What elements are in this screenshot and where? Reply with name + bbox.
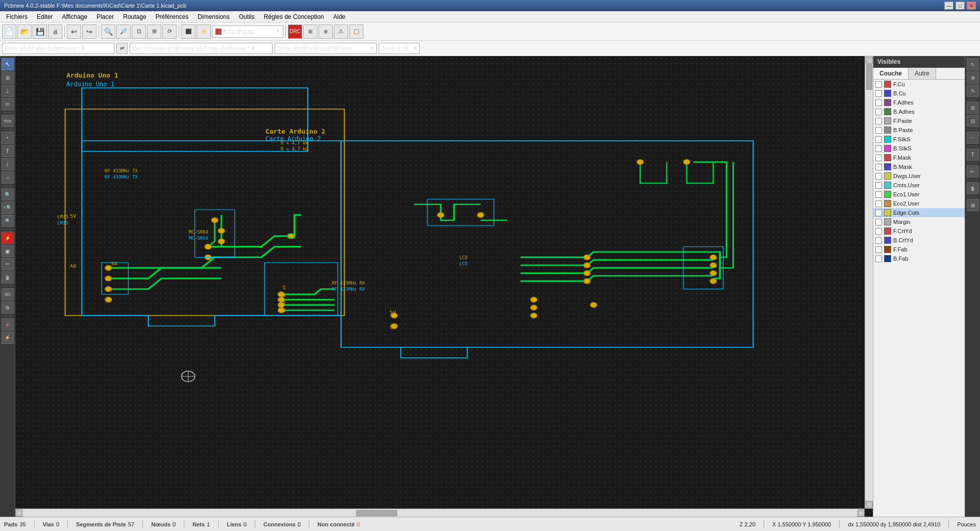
layer-check-0[interactable]: ✓ <box>875 81 882 88</box>
align-button[interactable]: ⊕ <box>318 24 333 39</box>
vertical-scrollbar[interactable]: ▲ ▼ <box>865 56 873 509</box>
print-button[interactable]: 🖨 <box>48 24 62 39</box>
tab-autre[interactable]: Autre <box>909 68 936 79</box>
menu-aide[interactable]: Aide <box>329 12 350 21</box>
menu-regles[interactable]: Règles de Conception <box>260 12 328 21</box>
zoom-out-button[interactable]: 🔎 <box>116 24 131 39</box>
save-button[interactable]: 💾 <box>33 24 47 39</box>
rt-tool9[interactable]: 🗑 <box>967 182 979 194</box>
layer-check-4[interactable]: ✓ <box>875 118 882 124</box>
minimize-button[interactable]: — <box>944 2 953 10</box>
layer-item-b-adhes[interactable]: ✓B.Adhes <box>873 107 965 116</box>
layer-dropdown[interactable]: F.Cu (PgUp) ▾ <box>212 26 283 38</box>
menu-routage[interactable]: Routage <box>119 12 150 21</box>
rt-tool6[interactable]: ~ <box>967 132 979 144</box>
layer-item-b-silks[interactable]: ✓B.SilkS <box>873 144 965 153</box>
3d-tool[interactable]: 3D <box>2 288 14 300</box>
layer-check-19[interactable]: ✓ <box>875 256 882 262</box>
via-field[interactable]: Via: 23,6 mils (0,60 mm)/ 15,7 mils (0,4… <box>130 43 273 54</box>
layer-item-f-mask[interactable]: ✓F.Mask <box>873 153 965 162</box>
layer-check-13[interactable]: ✓ <box>875 200 882 207</box>
layer-item-b-mask[interactable]: ✓B.Mask <box>873 162 965 171</box>
edit-footprint[interactable]: ⚡ <box>2 332 14 344</box>
text-tool[interactable]: T <box>2 145 14 157</box>
scroll-right-btn[interactable]: ► <box>857 510 865 517</box>
layer-check-16[interactable]: ✓ <box>875 228 882 235</box>
select-tool[interactable]: ↖ <box>2 58 14 70</box>
ratsnest-btn[interactable]: ⚡ <box>197 24 211 39</box>
scroll-down-btn[interactable]: ▼ <box>866 501 873 508</box>
layer-item-dwgs-user[interactable]: ✓Dwgs.User <box>873 171 965 181</box>
rt-tool7[interactable]: T <box>967 148 979 161</box>
layer-item-b-crtyd[interactable]: ✓B.CrtYd <box>873 236 965 245</box>
zoomout-tool[interactable]: -🔍 <box>2 215 14 227</box>
zoom-fit-button[interactable]: ⊡ <box>132 24 146 39</box>
layer-item-margin[interactable]: ✓Margin <box>873 217 965 226</box>
layer-item-f-cu[interactable]: ✓F.Cu <box>873 80 965 89</box>
zoom-dropdown[interactable]: Zoom 2,20 ▾ <box>379 43 420 54</box>
layer-item-edge-cuts[interactable]: ✓Edge.Cuts <box>873 208 965 217</box>
layer-check-18[interactable]: ✓ <box>875 246 882 253</box>
route-single-tool[interactable]: In <box>2 98 14 110</box>
rt-tool2[interactable]: ⊕ <box>967 71 979 84</box>
scroll-left-btn[interactable]: ◄ <box>15 510 22 517</box>
delete-tool[interactable]: 🗑 <box>2 271 14 284</box>
netlist-btn[interactable]: 📋 <box>349 24 363 39</box>
maximize-button[interactable]: □ <box>955 2 965 10</box>
menu-outils[interactable]: Outils <box>235 12 259 21</box>
new-button[interactable]: 📄 <box>2 24 16 39</box>
zoom-in-button[interactable]: 🔍 <box>101 24 115 39</box>
circle-tool[interactable]: ○ <box>2 171 14 184</box>
layer-item-b-paste[interactable]: ✓B.Paste <box>873 125 965 135</box>
layer-check-2[interactable]: ✓ <box>875 99 882 106</box>
track-btn2[interactable]: ⇌ <box>116 43 128 54</box>
open-button[interactable]: 📂 <box>17 24 32 39</box>
rt-tool4[interactable]: ⊞ <box>967 102 979 114</box>
scroll-thumb-v[interactable] <box>866 64 872 90</box>
layer-item-eco1-user[interactable]: ✓Eco1.User <box>873 190 965 199</box>
menu-preferences[interactable]: Préférences <box>152 12 193 21</box>
measure-tool[interactable]: ⊢ <box>2 258 14 270</box>
menu-editer[interactable]: Editer <box>33 12 57 21</box>
rt-tool3[interactable]: ✎ <box>967 85 979 97</box>
rt-select[interactable]: ↖ <box>967 58 979 70</box>
undo-button[interactable]: ↩ <box>67 24 81 39</box>
menu-affichage[interactable]: Affichage <box>58 12 91 21</box>
script-tool[interactable]: ⚙ <box>2 301 14 314</box>
rt-tool8[interactable]: ⊢ <box>967 165 979 178</box>
line-tool[interactable]: / <box>2 158 14 170</box>
layer-check-10[interactable]: ✓ <box>875 173 882 180</box>
close-button[interactable]: ✕ <box>967 2 976 10</box>
rt-tool10[interactable]: ⊞ <box>967 199 979 211</box>
zoomin-tool[interactable]: +🔍 <box>2 201 14 214</box>
layer-check-12[interactable]: ✓ <box>875 191 882 198</box>
layer-item-f-crtyd[interactable]: ✓F.CrtYd <box>873 226 965 236</box>
design-rules-btn[interactable]: ⚠ <box>334 24 348 39</box>
scroll-up-btn[interactable]: ▲ <box>866 57 873 64</box>
layer-item-cmts-user[interactable]: ✓Cmts.User <box>873 181 965 190</box>
layer-check-17[interactable]: ✓ <box>875 237 882 244</box>
layer-item-b-fab[interactable]: ✓B.Fab <box>873 254 965 263</box>
redo-button[interactable]: ↪ <box>82 24 96 39</box>
drc-button[interactable]: DRC <box>288 24 302 39</box>
track-field[interactable]: Piste: 39,37 mils (1,000 mm) * ▾ <box>2 43 114 54</box>
component-tool[interactable]: ⊞ <box>2 71 14 84</box>
tab-couche[interactable]: Couche <box>873 68 909 79</box>
fill-tool[interactable]: ▣ <box>2 245 14 257</box>
layer-item-f-adhes[interactable]: ✓F.Adhes <box>873 98 965 107</box>
layer-check-5[interactable]: ✓ <box>875 127 882 134</box>
layer-check-7[interactable]: ✓ <box>875 145 882 152</box>
layer-check-8[interactable]: ✓ <box>875 155 882 161</box>
layer-check-6[interactable]: ✓ <box>875 136 882 143</box>
menu-placer[interactable]: Placer <box>92 12 118 21</box>
grid-button[interactable]: ⊞ <box>303 24 317 39</box>
footprint-btn[interactable]: ⬛ <box>181 24 195 39</box>
scroll-thumb-h[interactable] <box>356 510 397 516</box>
layer-item-b-cu[interactable]: ✓B.Cu <box>873 89 965 98</box>
canvas-area[interactable]: 5V A0 S4 5 6 7 8 5V S4 Arduino Uno 1 Ard… <box>15 56 873 517</box>
rt-tool5[interactable]: ⊟ <box>967 115 979 127</box>
layer-item-f-silks[interactable]: ✓F.SilkS <box>873 135 965 144</box>
horizontal-scrollbar[interactable]: ◄ ► <box>15 509 865 517</box>
layer-item-f-fab[interactable]: ✓F.Fab <box>873 245 965 254</box>
footprint-wizard[interactable]: ◈ <box>2 318 14 331</box>
